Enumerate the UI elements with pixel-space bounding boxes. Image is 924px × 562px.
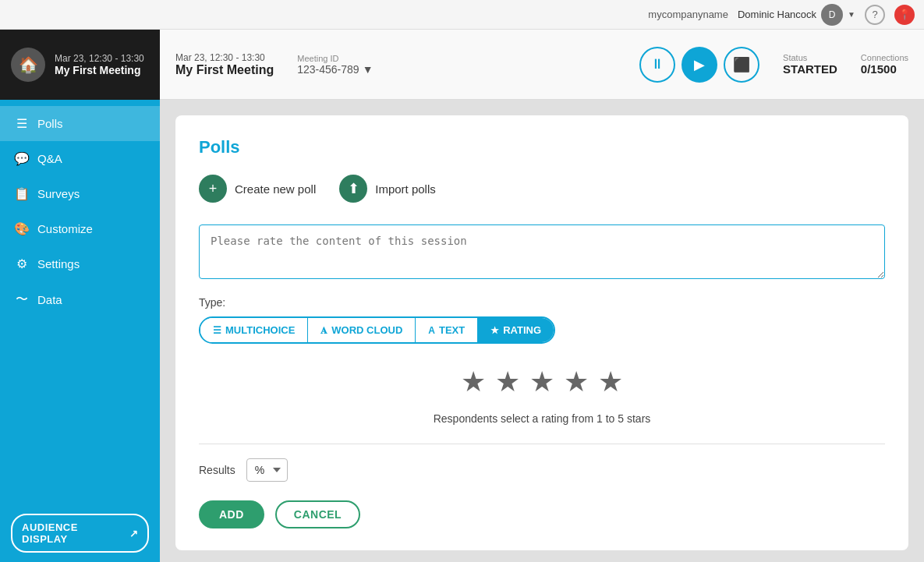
results-label: Results <box>199 464 235 476</box>
sidebar-item-surveys-label: Surveys <box>37 187 80 200</box>
create-poll-button[interactable]: + Create new poll <box>199 175 316 203</box>
sidebar-item-polls-label: Polls <box>37 117 63 130</box>
sidebar-item-polls[interactable]: ☰ Polls <box>0 106 160 141</box>
sidebar-item-qa[interactable]: 💬 Q&A <box>0 141 160 176</box>
polls-actions: + Create new poll ⬆ Import polls <box>199 175 885 203</box>
sidebar-header: 🏠 Mar 23, 12:30 - 13:30 My First Meeting <box>0 30 160 100</box>
multichoice-icon: ☰ <box>213 325 221 336</box>
create-poll-icon: + <box>199 175 227 203</box>
polls-card: Polls + Create new poll ⬆ Import polls T… <box>175 115 908 550</box>
divider <box>199 444 885 444</box>
form-actions: ADD CANCEL <box>199 500 885 528</box>
rating-description: Respondents select a rating from 1 to 5 … <box>199 412 885 425</box>
wordcloud-icon: 𝐀 <box>320 325 327 336</box>
sidebar: 🏠 Mar 23, 12:30 - 13:30 My First Meeting… <box>0 30 160 562</box>
status-label: Status <box>783 53 837 62</box>
import-polls-label: Import polls <box>375 182 436 196</box>
type-tabs: ☰ MULTICHOICE 𝐀 WORD CLOUD A TEXT ★ RATI… <box>199 316 555 344</box>
polls-icon: ☰ <box>14 116 30 131</box>
star-4[interactable]: ★ <box>564 366 589 398</box>
play-button[interactable]: ▶ <box>681 47 717 83</box>
polls-title: Polls <box>199 137 885 157</box>
connections-section: Connections 0/1500 <box>861 53 908 76</box>
status-value: STARTED <box>783 62 837 76</box>
media-controls: ⏸ ▶ ⬛ <box>639 47 759 83</box>
star-1[interactable]: ★ <box>461 366 486 398</box>
rating-icon: ★ <box>490 325 499 336</box>
type-label: Type: <box>199 296 885 309</box>
surveys-icon: 📋 <box>14 186 30 201</box>
status-section: Status STARTED <box>783 53 837 76</box>
import-polls-icon: ⬆ <box>339 175 367 203</box>
meeting-id-section: Meeting ID 123-456-789 ▼ <box>297 54 373 76</box>
wordcloud-label: WORD CLOUD <box>331 324 402 336</box>
customize-icon: 🎨 <box>14 221 30 236</box>
tab-text[interactable]: A TEXT <box>416 318 478 342</box>
external-link-icon: ↗ <box>129 528 139 539</box>
meeting-id-value[interactable]: 123-456-789 ▼ <box>297 63 373 76</box>
connections-value: 0/1500 <box>861 62 908 76</box>
tab-multichoice[interactable]: ☰ MULTICHOICE <box>200 318 308 342</box>
user-chevron-icon[interactable]: ▼ <box>848 10 855 19</box>
top-nav: mycompanyname Dominic Hancock D ▼ ? 📍 <box>0 0 924 30</box>
star-5[interactable]: ★ <box>598 366 623 398</box>
main-layout: 🏠 Mar 23, 12:30 - 13:30 My First Meeting… <box>0 30 924 562</box>
sidebar-meeting-name: My First Meeting <box>55 64 144 76</box>
stars-display: ★ ★ ★ ★ ★ <box>199 366 885 398</box>
pin-button[interactable]: 📍 <box>894 5 915 25</box>
home-icon[interactable]: 🏠 <box>11 48 45 82</box>
results-select[interactable]: % <box>246 458 288 482</box>
meeting-time: Mar 23, 12:30 - 13:30 <box>175 52 274 63</box>
add-button[interactable]: ADD <box>199 500 264 528</box>
audience-display-button[interactable]: AUDIENCE DISPLAY ↗ <box>11 514 149 553</box>
sidebar-item-settings-label: Settings <box>37 257 80 270</box>
sidebar-item-customize[interactable]: 🎨 Customize <box>0 211 160 246</box>
sidebar-item-qa-label: Q&A <box>37 152 62 165</box>
content-area: Mar 23, 12:30 - 13:30 My First Meeting M… <box>160 30 924 562</box>
star-2[interactable]: ★ <box>495 366 520 398</box>
main-content: Polls + Create new poll ⬆ Import polls T… <box>160 100 924 562</box>
multichoice-label: MULTICHOICE <box>225 324 295 336</box>
results-row: Results % <box>199 458 885 482</box>
sidebar-item-surveys[interactable]: 📋 Surveys <box>0 176 160 211</box>
sidebar-item-settings[interactable]: ⚙ Settings <box>0 246 160 281</box>
cancel-button[interactable]: CANCEL <box>275 500 360 528</box>
rating-label: RATING <box>503 324 541 336</box>
text-icon: A <box>428 325 435 336</box>
text-label: TEXT <box>439 324 465 336</box>
meeting-info: Mar 23, 12:30 - 13:30 My First Meeting <box>175 52 274 77</box>
qa-icon: 💬 <box>14 151 30 166</box>
meeting-name: My First Meeting <box>175 63 274 77</box>
data-icon: 〜 <box>14 292 30 308</box>
meeting-header: Mar 23, 12:30 - 13:30 My First Meeting M… <box>160 30 924 100</box>
sidebar-item-data-label: Data <box>37 293 62 306</box>
meeting-id-number: 123-456-789 <box>297 63 359 76</box>
sidebar-meeting-info: Mar 23, 12:30 - 13:30 My First Meeting <box>55 53 144 76</box>
sidebar-item-data[interactable]: 〜 Data <box>0 281 160 318</box>
tab-wordcloud[interactable]: 𝐀 WORD CLOUD <box>308 318 416 342</box>
avatar[interactable]: D <box>821 4 843 26</box>
company-name: mycompanyname <box>648 9 728 20</box>
connections-label: Connections <box>861 53 908 62</box>
settings-icon: ⚙ <box>14 256 30 271</box>
star-3[interactable]: ★ <box>529 366 554 398</box>
user-info: Dominic Hancock D ▼ <box>738 4 855 26</box>
sidebar-item-customize-label: Customize <box>37 222 93 235</box>
stop-button[interactable]: ⬛ <box>724 47 759 83</box>
meeting-id-chevron-icon: ▼ <box>363 63 373 76</box>
pause-button[interactable]: ⏸ <box>639 47 675 83</box>
poll-question-input[interactable] <box>199 224 885 279</box>
user-name: Dominic Hancock <box>738 9 816 20</box>
meeting-id-label: Meeting ID <box>297 54 373 63</box>
audience-display-label: AUDIENCE DISPLAY <box>22 521 125 545</box>
import-polls-button[interactable]: ⬆ Import polls <box>339 175 436 203</box>
sidebar-nav: ☰ Polls 💬 Q&A 📋 Surveys 🎨 Customize ⚙ Se… <box>0 100 160 504</box>
help-button[interactable]: ? <box>865 5 885 25</box>
create-poll-label: Create new poll <box>235 182 316 196</box>
tab-rating[interactable]: ★ RATING <box>478 318 554 342</box>
sidebar-meeting-time: Mar 23, 12:30 - 13:30 <box>55 53 144 64</box>
